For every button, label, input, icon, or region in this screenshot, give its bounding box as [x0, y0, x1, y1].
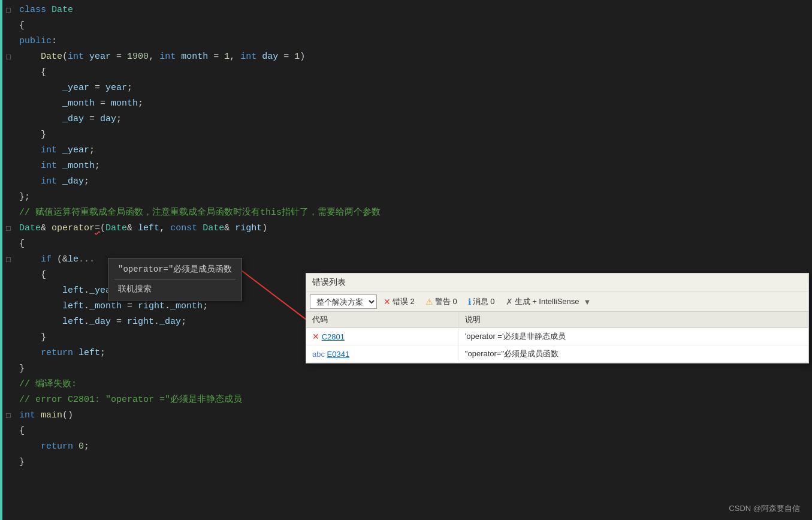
- col-code: 代码: [306, 312, 458, 328]
- code-line: // 赋值运算符重载成全局函数，注意重载成全局函数时没有this指针了，需要给两…: [0, 205, 812, 221]
- error-code-link[interactable]: C2801: [322, 332, 345, 341]
- error-icon: ✕: [384, 297, 391, 306]
- line-content: int _year;: [17, 143, 812, 158]
- line-content: Date& operator=(Date& left, const Date& …: [17, 221, 812, 236]
- line-content: // error C2801: "operator ="必须是非静态成员: [17, 393, 812, 407]
- error-panel-title: 错误列表: [306, 273, 808, 292]
- code-line: _month = month;: [0, 96, 812, 112]
- error-desc-cell: 'operator ='必须是非静态成员: [458, 328, 808, 345]
- filter-badge[interactable]: ✗ 生成 + IntelliSense ▼: [502, 294, 596, 309]
- error-panel: 错误列表 整个解决方案 ✕ 错误 2 ⚠ 警告 0 ℹ 消息 0 ✗ 生成 + …: [306, 273, 809, 363]
- table-row[interactable]: ✕ C2801 'operator ='必须是非静态成员: [306, 328, 808, 345]
- filter-icon: ✗: [506, 297, 513, 306]
- code-line: return 0;: [0, 439, 812, 455]
- line-content: }: [17, 455, 812, 470]
- code-line: {: [0, 236, 812, 252]
- line-content: public:: [17, 34, 812, 49]
- error-count-badge[interactable]: ✕ 错误 2: [379, 294, 419, 309]
- fold-gutter: □: [0, 53, 17, 62]
- line-content: class Date: [17, 3, 812, 17]
- line-content: return 0;: [17, 440, 812, 454]
- code-line: _day = day;: [0, 112, 812, 127]
- code-line: □ class Date: [0, 2, 812, 18]
- tooltip-popup: "operator="必须是成员函数 联机搜索: [108, 258, 242, 300]
- line-content: int _month;: [17, 159, 812, 173]
- warning-code-link[interactable]: E0341: [327, 350, 350, 359]
- code-line: □ int main(): [0, 408, 812, 423]
- line-content: // 编译失败:: [17, 377, 812, 392]
- code-line: public:: [0, 34, 812, 49]
- table-header-row: 代码 说明: [306, 312, 808, 328]
- fold-gutter: □: [0, 6, 17, 15]
- code-line: □ Date& operator=(Date& left, const Date…: [0, 221, 812, 236]
- message-count-label: 消息 0: [473, 296, 495, 307]
- code-line: // error C2801: "operator ="必须是非静态成员: [0, 392, 812, 408]
- error-row-icon: ✕: [312, 332, 319, 341]
- code-line: int _year;: [0, 143, 812, 158]
- tooltip-item-error-msg[interactable]: "operator="必须是成员函数: [114, 262, 236, 276]
- line-content: int _day;: [17, 175, 812, 189]
- line-content: int main(): [17, 408, 812, 423]
- code-line: {: [0, 423, 812, 439]
- fold-gutter: □: [0, 256, 17, 264]
- line-content: _day = day;: [17, 112, 812, 127]
- code-editor: □ class Date { public: □ Date(int year =…: [0, 0, 812, 520]
- error-toolbar: 整个解决方案 ✕ 错误 2 ⚠ 警告 0 ℹ 消息 0 ✗ 生成 + Intel…: [306, 292, 808, 312]
- error-table: 代码 说明 ✕ C2801 'operator ='必须是非静态成员 abc E…: [306, 312, 808, 363]
- code-line: {: [0, 65, 812, 80]
- error-code-cell: ✕ C2801: [306, 328, 458, 345]
- code-line: int _month;: [0, 158, 812, 174]
- line-content: {: [17, 237, 812, 251]
- col-desc: 说明: [458, 312, 808, 328]
- warning-icon: ⚠: [425, 297, 433, 306]
- code-line: int _day;: [0, 174, 812, 190]
- line-content: }: [17, 362, 812, 376]
- line-content: };: [17, 190, 812, 205]
- line-content: {: [17, 65, 812, 80]
- filter-label: 生成 + IntelliSense: [515, 296, 579, 307]
- code-line: □ Date(int year = 1900, int month = 1, i…: [0, 49, 812, 65]
- message-count-badge[interactable]: ℹ 消息 0: [464, 294, 499, 309]
- tooltip-divider: [114, 279, 236, 279]
- warning-row-icon: abc: [312, 350, 325, 359]
- line-content: _month = month;: [17, 97, 812, 111]
- code-line: }: [0, 455, 812, 470]
- code-line: };: [0, 190, 812, 205]
- code-line: }: [0, 127, 812, 143]
- line-content: // 赋值运算符重载成全局函数，注意重载成全局函数时没有this指针了，需要给两…: [17, 206, 812, 220]
- code-line: // 编译失败:: [0, 377, 812, 392]
- warning-desc-cell: "operator="必须是成员函数: [458, 345, 808, 363]
- tooltip-item-online-search[interactable]: 联机搜索: [114, 282, 236, 296]
- watermark: CSDN @阿森要自信: [729, 503, 800, 514]
- warning-code-cell: abc E0341: [306, 345, 458, 363]
- code-line: {: [0, 18, 812, 34]
- line-content: _year = year;: [17, 81, 812, 95]
- info-icon: ℹ: [468, 297, 471, 306]
- line-content: {: [17, 424, 812, 438]
- fold-gutter: □: [0, 411, 17, 420]
- fold-gutter: □: [0, 224, 17, 233]
- dropdown-icon: ▼: [584, 297, 591, 306]
- code-line: _year = year;: [0, 80, 812, 96]
- code-lines: □ class Date { public: □ Date(int year =…: [0, 0, 812, 470]
- scope-select[interactable]: 整个解决方案: [310, 294, 377, 309]
- warning-count-label: 警告 0: [435, 296, 457, 307]
- line-content: {: [17, 19, 812, 33]
- warning-count-badge[interactable]: ⚠ 警告 0: [421, 294, 461, 309]
- line-content: Date(int year = 1900, int month = 1, int…: [17, 50, 812, 64]
- error-count-label: 错误 2: [393, 296, 415, 307]
- table-row[interactable]: abc E0341 "operator="必须是成员函数: [306, 345, 808, 363]
- line-content: }: [17, 128, 812, 142]
